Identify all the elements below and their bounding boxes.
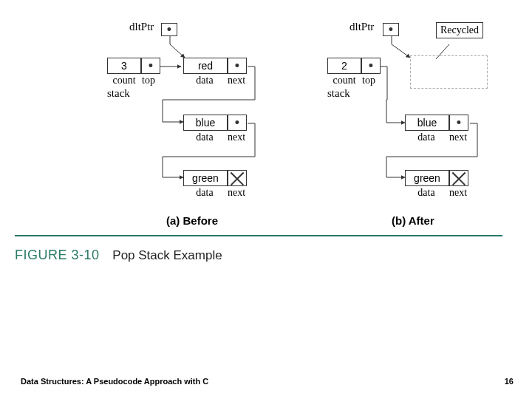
data-label-b1: data [186,132,223,143]
dltptr-label-after: dltPtr [349,21,374,33]
next-label-a1: next [443,187,473,199]
data-label-b0: data [186,75,223,86]
after-node1-next [449,170,468,186]
data-label-a1: data [408,187,445,199]
after-node0-data: blue [405,115,449,131]
next-label-b1: next [222,132,251,143]
top-label-after: top [355,75,382,86]
before-count-cell: 3 [107,58,141,74]
dltptr-box-after: • [383,23,399,36]
next-label-b0: next [222,75,251,86]
data-label-b2: data [186,187,223,199]
next-label-b2: next [222,187,251,199]
after-top-cell: • [361,58,381,74]
stack-label-after: stack [327,87,350,100]
before-node1-next: • [228,115,247,131]
before-node2-data: green [183,170,228,186]
before-node0-data: red [183,58,228,74]
divider-line [15,235,502,236]
recycled-label: Recycled [440,24,479,36]
figure-number: FIGURE 3-10 [15,248,100,262]
page-number: 16 [505,377,514,386]
dltptr-label-before: dltPtr [129,21,154,33]
recycled-label-box: Recycled [436,22,483,38]
footer-text: Data Structures: A Pseudocode Approach w… [21,377,208,386]
figure-title: Pop Stack Example [112,248,222,262]
before-top-cell: • [141,58,160,74]
diagram-canvas: dltPtr • 3 • count top stack red • data … [0,0,532,399]
after-node0-next: • [449,115,468,131]
before-node2-next [228,170,247,186]
before-count-value: 3 [121,60,127,72]
next-label-a0: next [443,132,473,143]
before-node0-next: • [228,58,247,74]
after-count-value: 2 [341,60,347,72]
after-caption: (b) After [392,214,434,227]
top-label-before: top [135,75,162,86]
data-label-a0: data [408,132,445,143]
null-icon [451,171,466,185]
stack-label-before: stack [107,87,130,100]
recycled-ghost-box [410,55,488,89]
after-count-cell: 2 [327,58,361,74]
before-caption: (a) Before [166,214,218,227]
before-node1-data: blue [183,115,228,131]
after-node1-data: green [405,170,449,186]
dltptr-box-before: • [161,23,177,36]
figure-caption: FIGURE 3-10 Pop Stack Example [15,248,222,263]
null-icon [230,171,245,185]
